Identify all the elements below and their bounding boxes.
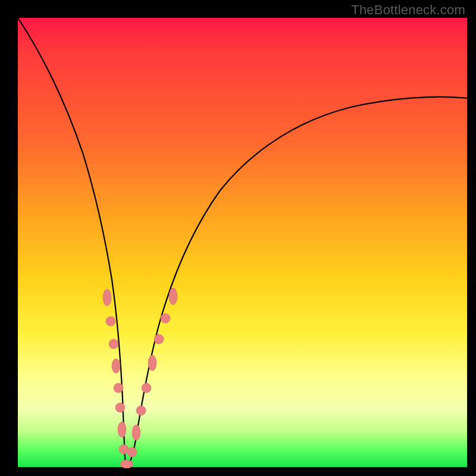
marker-point <box>115 403 125 412</box>
bottleneck-curve <box>18 18 467 466</box>
marker-point <box>161 314 170 323</box>
marker-group <box>103 288 177 468</box>
marker-point <box>109 339 118 349</box>
plot-area <box>18 18 467 467</box>
marker-point <box>120 460 133 468</box>
marker-point <box>154 334 164 344</box>
marker-point <box>142 383 151 393</box>
watermark-text: TheBottleneck.com <box>351 2 465 18</box>
marker-point <box>112 359 120 373</box>
marker-point <box>127 447 137 457</box>
marker-point <box>103 289 111 306</box>
marker-point <box>114 383 123 393</box>
chart-frame: TheBottleneck.com <box>0 0 476 476</box>
marker-point <box>169 288 177 305</box>
curve-layer <box>18 18 467 467</box>
marker-point <box>132 425 140 440</box>
marker-point <box>148 355 156 371</box>
marker-point <box>119 444 129 454</box>
marker-point <box>118 422 126 437</box>
marker-point <box>106 317 115 326</box>
marker-point <box>136 406 146 415</box>
